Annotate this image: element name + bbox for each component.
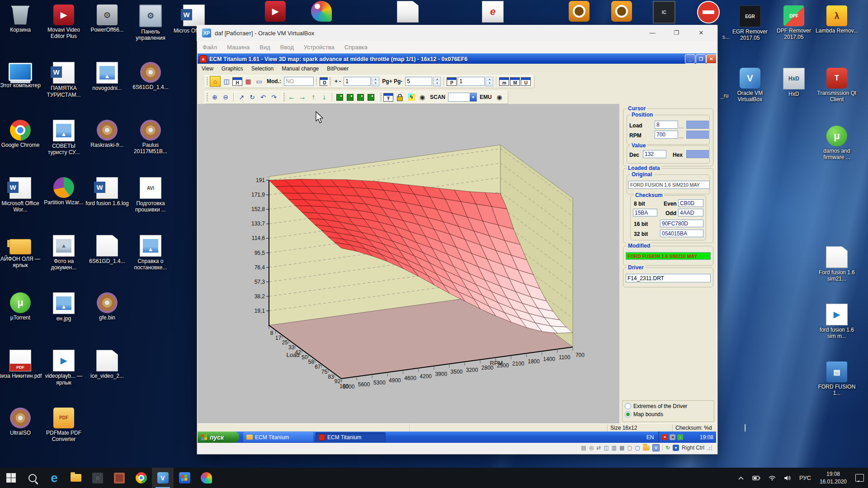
mod-input[interactable] bbox=[284, 77, 314, 86]
desktop-icon-top-icon-camera-2[interactable] bbox=[600, 1, 643, 22]
desktop-icon-movavi-video-editor[interactable]: ▶Movavi Video Editor Plus bbox=[42, 5, 85, 39]
zoom-in-icon[interactable]: ⊕ bbox=[210, 92, 220, 102]
desktop-icon-pdfmate-converter[interactable]: PDFPDFMate PDF Converter bbox=[42, 408, 85, 442]
start-button[interactable] bbox=[0, 468, 22, 488]
extend-up-icon[interactable] bbox=[357, 94, 364, 101]
graph-view-icon[interactable]: ▦ bbox=[243, 76, 253, 86]
taskbar-edge[interactable]: e bbox=[43, 468, 65, 488]
desktop-icon-visa-nikitin-pdf[interactable]: PDFвиза Никитин.pdf bbox=[0, 350, 42, 379]
ecm-close-button[interactable]: ✕ bbox=[706, 54, 717, 64]
h-view-icon[interactable]: H bbox=[232, 77, 242, 86]
ecm-menu-manual-change[interactable]: Manual change bbox=[278, 66, 323, 72]
desktop-icon-ford-fusion-sim-m[interactable]: ▶ford fusion 1.6 sim m... bbox=[815, 304, 859, 339]
u-view-icon[interactable]: U bbox=[521, 77, 531, 86]
ecm-menu-selection[interactable]: Selection bbox=[247, 66, 278, 72]
desktop-icon-this-pc[interactable]: Этот компьютер bbox=[0, 62, 42, 89]
original-file-input[interactable] bbox=[628, 181, 710, 189]
vbox-menu-справка[interactable]: Справка bbox=[340, 44, 373, 51]
guest-task-ecm[interactable]: ECM Titanium bbox=[316, 432, 386, 442]
spin-down-icon[interactable]: ▼ bbox=[434, 81, 440, 86]
vbox-menu-ввод[interactable]: Ввод bbox=[275, 44, 299, 51]
runner-icon[interactable]: ϟ bbox=[408, 94, 415, 101]
ecm-minimize-button[interactable]: _ bbox=[685, 54, 695, 64]
update-icon[interactable]: ↓ bbox=[677, 434, 683, 440]
desktop-icon-google-chrome[interactable]: Google Chrome bbox=[0, 120, 42, 148]
checksum-8bit-input[interactable] bbox=[633, 209, 657, 216]
taskbar-virtualbox[interactable]: V bbox=[152, 468, 174, 488]
action-center-button[interactable] bbox=[851, 468, 868, 488]
checksum-even-input[interactable] bbox=[678, 199, 703, 207]
home-icon[interactable]: ⌂ bbox=[210, 76, 221, 87]
desktop-icon-gfe-bin[interactable]: gfe.bin bbox=[85, 292, 129, 321]
vbox-menu-устройства[interactable]: Устройства bbox=[299, 44, 340, 51]
vbox-device-icon-6[interactable]: ▢ bbox=[627, 445, 632, 450]
desktop-icon-top-icon-remover[interactable] bbox=[687, 1, 730, 23]
undo-icon[interactable]: ↶ bbox=[258, 92, 268, 102]
desktop-icon-top-icon-file[interactable] bbox=[386, 1, 429, 23]
desktop-icon-top-icon-chip[interactable]: IC bbox=[642, 1, 686, 23]
taskbar-app-1[interactable]: ◌ bbox=[87, 468, 108, 488]
move-down-icon[interactable]: ↓ bbox=[319, 92, 329, 102]
taskbar-clock[interactable]: 19:08 16.01.2020 bbox=[815, 470, 851, 485]
move-up-icon[interactable]: ↑ bbox=[308, 92, 318, 102]
desktop-icon-ice-video[interactable]: ice_video_2... bbox=[85, 350, 129, 379]
desktop-icon-aifon-olya-folder[interactable]: АЙФОН ОЛЯ — ярлык bbox=[0, 235, 42, 268]
desktop-icon-partition-wizard[interactable]: Partition Wizar... bbox=[42, 177, 85, 206]
filter-view-icon[interactable]: Ŧ bbox=[383, 93, 393, 102]
desktop-icon-6s61gd-file[interactable]: 6S61GD_1.4... bbox=[85, 235, 129, 264]
tray-chevron-icon[interactable] bbox=[734, 468, 748, 488]
vbox-menu-вид[interactable]: Вид bbox=[255, 44, 275, 51]
p-view-icon[interactable]: P bbox=[447, 77, 457, 86]
desktop-icon-hxd[interactable]: HxDHxD bbox=[772, 68, 816, 97]
ecm-menu-view[interactable]: View bbox=[198, 66, 217, 72]
spin-up-icon[interactable]: ▲ bbox=[372, 77, 379, 82]
redo-icon[interactable]: ↷ bbox=[269, 92, 279, 102]
volume-icon[interactable] bbox=[780, 468, 795, 488]
spin-up-icon[interactable]: ▲ bbox=[486, 77, 493, 82]
spin-down-icon[interactable]: ▼ bbox=[372, 81, 379, 86]
desktop-icon-raskraski[interactable]: Raskraski-fr... bbox=[85, 120, 129, 148]
desktop-icon-top-icon-video[interactable]: ▶ bbox=[254, 1, 297, 22]
display-icon[interactable]: ▢ bbox=[635, 445, 640, 450]
desktop-icon-spravka-o-postanovke[interactable]: ▲Справка о постановке... bbox=[129, 235, 172, 271]
load-range-button[interactable] bbox=[686, 121, 709, 129]
volume-icon[interactable]: ◄ bbox=[670, 434, 675, 440]
desktop-icon-control-panel[interactable]: ⚙Панель управления bbox=[129, 5, 172, 41]
vbox-device-icon-5[interactable]: ▦ bbox=[619, 445, 624, 450]
target-icon[interactable]: ◉ bbox=[417, 92, 427, 102]
spin-up-icon[interactable]: ▲ bbox=[434, 77, 440, 82]
guest-start-button[interactable]: пуск bbox=[198, 432, 239, 443]
vbox-device-icon-4[interactable]: ▥ bbox=[612, 445, 617, 450]
m2-view-icon[interactable]: M bbox=[510, 77, 520, 86]
desktop-icon-dpf-remover[interactable]: DPFDPF Remover 2017.05 bbox=[772, 5, 816, 40]
desktop-icon-novogodni-image[interactable]: ▲novogodni... bbox=[85, 62, 129, 91]
driver-file-input[interactable] bbox=[626, 274, 711, 282]
wifi-icon[interactable] bbox=[764, 468, 780, 488]
keyboard-capture-icon[interactable]: ▼ bbox=[673, 445, 679, 451]
taskbar-paint[interactable] bbox=[195, 468, 217, 488]
table-view-icon[interactable]: ▭ bbox=[254, 76, 264, 86]
desktop-icon-ford-fusion-sim21[interactable]: Ford fusion 1.6 sim21... bbox=[815, 246, 859, 282]
desktop-icon-6s61gd-disc[interactable]: 6S61GD_1.4... bbox=[129, 62, 172, 90]
taskbar-app-2[interactable] bbox=[108, 468, 130, 488]
desktop-icon-ultraiso[interactable]: UltraISO bbox=[0, 408, 42, 436]
rotate-icon[interactable]: ↻ bbox=[247, 92, 257, 102]
desktop-icon-top-icon-palette[interactable] bbox=[300, 1, 343, 22]
language-indicator[interactable]: РУС bbox=[795, 468, 815, 488]
modified-file-input[interactable] bbox=[626, 252, 711, 260]
extend-right-icon[interactable] bbox=[336, 94, 343, 101]
extend-left-icon[interactable] bbox=[347, 94, 354, 101]
desktop-icon-oracle-virtualbox[interactable]: VOracle VM VirtualBox bbox=[728, 68, 772, 103]
desktop-icon-sovety-turistu[interactable]: ▲СОВЕТЫ туристу СУ... bbox=[42, 120, 85, 155]
desktop-icon-utorrent[interactable]: μμTorrent bbox=[0, 292, 42, 321]
load-position-input[interactable] bbox=[655, 121, 678, 129]
desktop-icon-paulus-disc[interactable]: Paulus 20117M51B... bbox=[129, 120, 172, 155]
desktop-icon-en-jpg[interactable]: ▲ен.jpg bbox=[42, 292, 85, 322]
vbox-close-button[interactable]: ✕ bbox=[691, 25, 712, 40]
scan-select[interactable] bbox=[448, 93, 477, 102]
mouse-integration-icon[interactable]: ↻ bbox=[665, 445, 670, 450]
shared-folder-icon[interactable] bbox=[643, 446, 650, 450]
ecm-menu-graphics[interactable]: Graphics bbox=[217, 66, 247, 72]
desktop-icon-lambda-remover[interactable]: λLambda Remov... bbox=[815, 5, 859, 34]
vbox-minimize-button[interactable]: — bbox=[642, 25, 663, 40]
